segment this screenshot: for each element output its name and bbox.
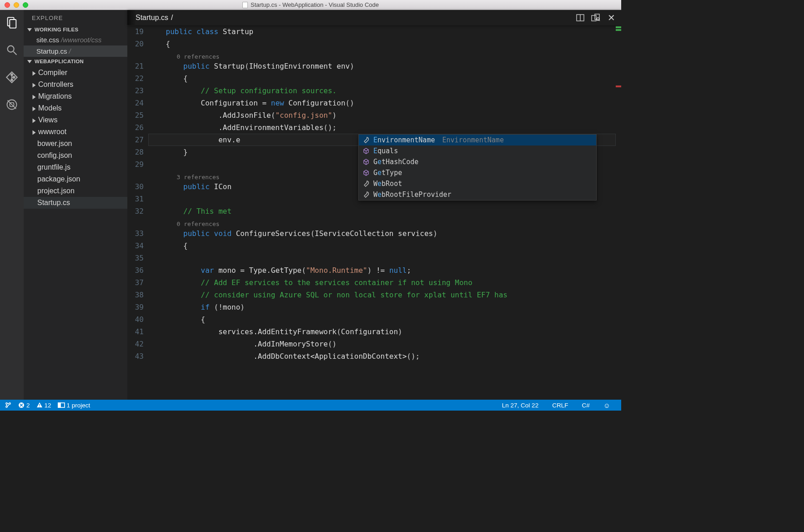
git-icon[interactable] (5, 70, 19, 86)
file-item[interactable]: package.json (24, 173, 127, 185)
working-files-header[interactable]: WORKING FILES (24, 25, 127, 34)
suggestion-popup[interactable]: EnvironmentNameEnvironmentNameEqualsGetH… (358, 134, 597, 201)
split-editor-icon[interactable] (576, 13, 585, 22)
git-branch-indicator[interactable] (5, 402, 12, 408)
project-header[interactable]: WEBAPPLICATION (24, 57, 127, 66)
cube-icon (362, 169, 370, 176)
overview-ruler[interactable] (616, 25, 621, 400)
line-number-gutter: 1920212223242526272829303132333435363738… (127, 25, 148, 400)
chevron-down-icon (27, 60, 32, 63)
folder-item[interactable]: Controllers (24, 79, 127, 90)
compare-icon[interactable] (591, 13, 600, 22)
suggestion-item[interactable]: GetType (359, 167, 596, 178)
traffic-lights (0, 2, 28, 8)
feedback-icon[interactable]: ☺ (603, 402, 610, 409)
cube-icon (362, 158, 370, 166)
svg-rect-1 (10, 20, 16, 28)
window-title: Startup.cs - WebApplication - Visual Stu… (0, 1, 621, 8)
file-item[interactable]: project.json (24, 185, 127, 197)
working-file-item[interactable]: Startup.cs/ (24, 45, 127, 57)
svg-point-14 (9, 403, 11, 405)
chevron-right-icon (33, 130, 36, 135)
suggestion-item[interactable]: GetHashCode (359, 156, 596, 167)
language-indicator[interactable]: C# (582, 402, 589, 409)
minimize-window-button[interactable] (14, 2, 19, 8)
suggestion-item[interactable]: WebRootFileProvider (359, 189, 596, 200)
sidebar-title: EXPLORE (24, 10, 127, 25)
file-item[interactable]: gruntfile.js (24, 161, 127, 173)
titlebar: Startup.cs - WebApplication - Visual Stu… (0, 0, 621, 10)
errors-indicator[interactable]: 2 (18, 402, 30, 409)
folder-item[interactable]: wwwroot (24, 126, 127, 138)
chevron-right-icon (33, 119, 36, 123)
warnings-indicator[interactable]: 12 (36, 402, 51, 409)
svg-rect-9 (592, 15, 596, 21)
cursor-position[interactable]: Ln 27, Col 22 (502, 402, 538, 409)
chevron-right-icon (33, 71, 36, 76)
chevron-right-icon (33, 95, 36, 100)
svg-point-2 (8, 46, 14, 52)
search-icon[interactable] (5, 43, 19, 59)
file-item[interactable]: config.json (24, 150, 127, 161)
suggestion-item[interactable]: Equals (359, 146, 596, 156)
close-window-button[interactable] (5, 2, 10, 8)
folder-item[interactable]: Views (24, 114, 127, 126)
folder-item[interactable]: Compiler (24, 67, 127, 79)
tab-bar: Startup.cs / ✕ (127, 10, 621, 25)
suggestion-item[interactable]: WebRoot (359, 178, 596, 189)
cube-icon (362, 147, 370, 155)
code-area[interactable]: 1920212223242526272829303132333435363738… (127, 25, 621, 400)
tab-dirty-indicator: / (171, 14, 173, 22)
document-icon (242, 2, 248, 8)
wrench-icon (362, 136, 370, 144)
folder-item[interactable]: Models (24, 102, 127, 114)
side-bar: EXPLORE WORKING FILES site.css/wwwroot/c… (24, 10, 127, 400)
debug-icon[interactable] (5, 97, 19, 114)
tab-label[interactable]: Startup.cs (136, 14, 168, 22)
project-indicator[interactable]: 1 project (58, 402, 90, 409)
close-editor-icon[interactable]: ✕ (607, 13, 616, 22)
svg-rect-10 (595, 14, 599, 20)
activity-bar (0, 10, 24, 400)
status-bar: 2 12 1 project Ln 27, Col 22 CRLF C# ☺ (0, 400, 621, 411)
chevron-down-icon (27, 28, 32, 31)
zoom-window-button[interactable] (23, 2, 28, 8)
wrench-icon (362, 180, 370, 187)
svg-point-12 (6, 403, 8, 405)
explorer-icon[interactable] (5, 15, 19, 32)
eol-indicator[interactable]: CRLF (552, 402, 568, 409)
chevron-right-icon (33, 107, 36, 111)
chevron-right-icon (33, 83, 36, 88)
file-item[interactable]: bower.json (24, 138, 127, 150)
working-file-item[interactable]: site.css/wwwroot/css (24, 34, 127, 45)
wrench-icon (362, 191, 370, 198)
folder-item[interactable]: Migrations (24, 90, 127, 102)
suggestion-item[interactable]: EnvironmentNameEnvironmentName (359, 135, 596, 146)
editor: Startup.cs / ✕ 1920212223242526272829303… (127, 10, 621, 400)
file-item[interactable]: Startup.cs (24, 197, 127, 209)
svg-rect-17 (58, 403, 60, 407)
code-content[interactable]: public class Startup { 0 references publ… (148, 25, 616, 400)
